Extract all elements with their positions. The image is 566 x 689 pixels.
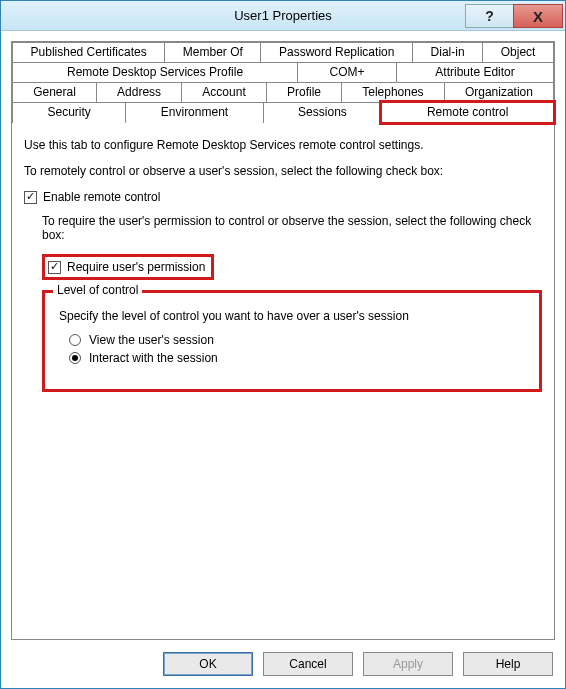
tab-body-remote-control: Use this tab to configure Remote Desktop… — [12, 123, 554, 639]
enable-remote-control-row: Enable remote control — [24, 190, 542, 204]
tab-published-certificates[interactable]: Published Certificates — [12, 42, 165, 62]
titlebar: User1 Properties ? X — [1, 1, 565, 31]
tab-environment[interactable]: Environment — [125, 102, 263, 123]
tab-security[interactable]: Security — [12, 102, 126, 123]
tab-sessions[interactable]: Sessions — [263, 102, 383, 123]
tab-attribute-editor[interactable]: Attribute Editor — [396, 62, 554, 82]
titlebar-help-button[interactable]: ? — [465, 4, 513, 28]
properties-dialog: User1 Properties ? X Published Certifica… — [0, 0, 566, 689]
tab-password-replication[interactable]: Password Replication — [260, 42, 413, 62]
tab-container: Published Certificates Member Of Passwor… — [11, 41, 555, 640]
tab-row-4: Security Environment Sessions Remote con… — [12, 102, 554, 123]
tab-remote-control[interactable]: Remote control — [381, 102, 554, 123]
permission-prompt: To require the user's permission to cont… — [42, 214, 542, 242]
tab-rows: Published Certificates Member Of Passwor… — [12, 42, 554, 123]
radio-interact-session[interactable] — [69, 352, 81, 364]
tab-rds-profile[interactable]: Remote Desktop Services Profile — [12, 62, 298, 82]
help-icon: ? — [485, 8, 494, 24]
close-icon: X — [533, 8, 543, 25]
require-permission-label: Require user's permission — [67, 260, 205, 274]
ok-button[interactable]: OK — [163, 652, 253, 676]
tab-organization[interactable]: Organization — [444, 82, 554, 102]
enable-remote-control-checkbox[interactable] — [24, 191, 37, 204]
cancel-button[interactable]: Cancel — [263, 652, 353, 676]
titlebar-close-button[interactable]: X — [513, 4, 563, 28]
tab-row-2: Remote Desktop Services Profile COM+ Att… — [12, 62, 554, 82]
radio-view-session[interactable] — [69, 334, 81, 346]
tab-member-of[interactable]: Member Of — [164, 42, 261, 62]
require-permission-highlight: Require user's permission — [42, 254, 214, 280]
tab-account[interactable]: Account — [181, 82, 267, 102]
intro-text: Use this tab to configure Remote Desktop… — [24, 138, 542, 152]
enable-remote-control-label: Enable remote control — [43, 190, 160, 204]
tab-object[interactable]: Object — [482, 42, 554, 62]
help-button[interactable]: Help — [463, 652, 553, 676]
radio-interact-label: Interact with the session — [89, 351, 218, 365]
dialog-button-row: OK Cancel Apply Help — [11, 648, 555, 682]
radio-view-row: View the user's session — [69, 333, 527, 347]
level-specify-text: Specify the level of control you want to… — [59, 309, 527, 323]
tab-profile[interactable]: Profile — [266, 82, 342, 102]
client-area: Published Certificates Member Of Passwor… — [1, 31, 565, 688]
level-of-control-legend: Level of control — [53, 283, 142, 297]
permission-wrap: Require user's permission — [42, 254, 542, 280]
radio-interact-row: Interact with the session — [69, 351, 527, 365]
level-of-control-group: Level of control Specify the level of co… — [42, 290, 542, 392]
enable-prompt: To remotely control or observe a user's … — [24, 164, 542, 178]
tab-com-plus[interactable]: COM+ — [297, 62, 397, 82]
tab-general[interactable]: General — [12, 82, 97, 102]
require-permission-checkbox[interactable] — [48, 261, 61, 274]
apply-button: Apply — [363, 652, 453, 676]
tab-address[interactable]: Address — [96, 82, 182, 102]
tab-row-3: General Address Account Profile Telephon… — [12, 82, 554, 102]
tab-telephones[interactable]: Telephones — [341, 82, 445, 102]
titlebar-buttons: ? X — [465, 1, 565, 30]
tab-row-1: Published Certificates Member Of Passwor… — [12, 42, 554, 62]
tab-dial-in[interactable]: Dial-in — [412, 42, 483, 62]
radio-view-label: View the user's session — [89, 333, 214, 347]
